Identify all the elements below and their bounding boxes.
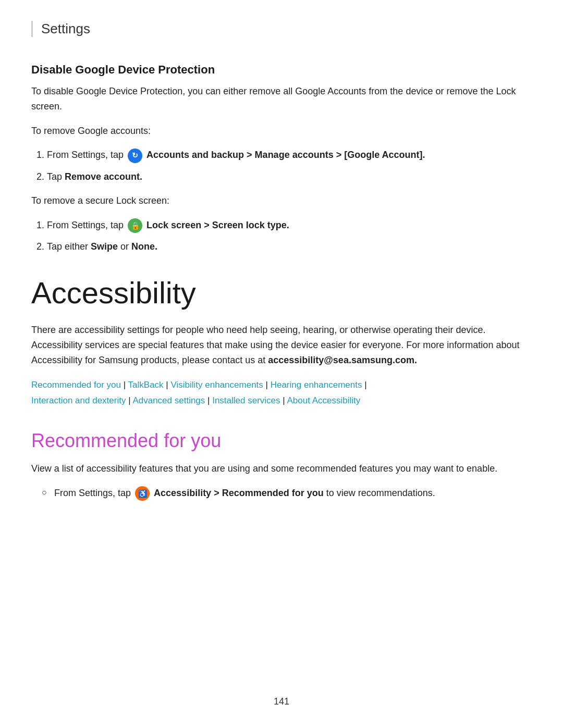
nav-advanced[interactable]: Advanced settings bbox=[132, 396, 205, 405]
accessibility-path-bold: Accessibility > Recommended for you bbox=[154, 488, 324, 498]
nav-hearing[interactable]: Hearing enhancements bbox=[271, 380, 362, 390]
lock-screen-bold: Lock screen > Screen lock type. bbox=[146, 220, 289, 230]
google-accounts-intro: To remove Google accounts: bbox=[31, 124, 532, 139]
accessibility-icon: ♿ bbox=[135, 486, 150, 501]
list-item: From Settings, tap 🔒 Lock screen > Scree… bbox=[47, 218, 532, 233]
lock-screen-list: From Settings, tap 🔒 Lock screen > Scree… bbox=[47, 218, 532, 254]
accessibility-email: accessibility@sea.samsung.com. bbox=[268, 355, 417, 365]
list-item: Tap either Swipe or None. bbox=[47, 239, 532, 254]
accounts-icon: ↻ bbox=[128, 149, 142, 163]
lock-icon: 🔒 bbox=[128, 218, 142, 233]
recommended-list: From Settings, tap ♿ Accessibility > Rec… bbox=[42, 486, 532, 501]
nav-recommended[interactable]: Recommended for you bbox=[31, 380, 121, 390]
lock-screen-intro: To remove a secure Lock screen: bbox=[31, 193, 532, 208]
accessibility-title: Accessibility bbox=[31, 275, 532, 310]
disable-heading: Disable Google Device Protection bbox=[31, 63, 532, 77]
recommended-section: Recommended for you View a list of acces… bbox=[31, 430, 532, 501]
nav-installed[interactable]: Installed services bbox=[212, 396, 280, 405]
accessibility-description: There are accessibility settings for peo… bbox=[31, 323, 532, 367]
swipe-bold: Swipe bbox=[91, 241, 118, 252]
recommended-description: View a list of accessibility features th… bbox=[31, 461, 532, 476]
disable-intro: To disable Google Device Protection, you… bbox=[31, 84, 532, 114]
nav-interaction[interactable]: Interaction and dexterity bbox=[31, 396, 126, 405]
remove-account-bold: Remove account. bbox=[65, 171, 142, 182]
step1-bold: Accounts and backup > Manage accounts > … bbox=[146, 150, 425, 160]
settings-header: Settings bbox=[31, 21, 532, 37]
nav-talkback[interactable]: TalkBack bbox=[128, 380, 164, 390]
disable-section: Disable Google Device Protection To disa… bbox=[31, 63, 532, 254]
none-bold: None. bbox=[131, 241, 157, 252]
list-item: From Settings, tap ↻ Accounts and backup… bbox=[47, 147, 532, 163]
nav-about[interactable]: About Accessibility bbox=[287, 396, 361, 405]
page-number: 141 bbox=[274, 696, 289, 707]
list-item: From Settings, tap ♿ Accessibility > Rec… bbox=[42, 486, 532, 501]
google-accounts-list: From Settings, tap ↻ Accounts and backup… bbox=[47, 147, 532, 184]
nav-links: Recommended for you | TalkBack | Visibil… bbox=[31, 377, 532, 409]
nav-visibility[interactable]: Visibility enhancements bbox=[170, 380, 263, 390]
settings-title: Settings bbox=[41, 21, 90, 36]
list-item: Tap Remove account. bbox=[47, 169, 532, 184]
recommended-heading: Recommended for you bbox=[31, 430, 532, 452]
